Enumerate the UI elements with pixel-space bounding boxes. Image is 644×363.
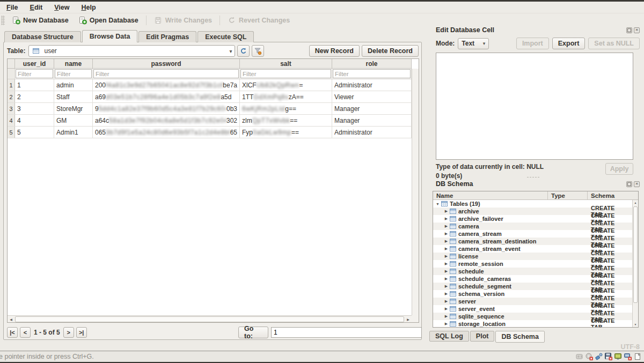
tree-column-name[interactable]: Name bbox=[433, 191, 548, 199]
cell-password[interactable]: 200f4a81c3e9d27b65041ac8e92d7f3b1c60a5e3… bbox=[93, 79, 240, 91]
tree-expand-icon[interactable]: ▶ bbox=[444, 322, 449, 326]
dock-float-icon[interactable] bbox=[626, 181, 632, 187]
cell-name[interactable]: admin bbox=[54, 79, 93, 91]
table-row[interactable]: 44GMa64c58a1d3e7f92b04c6a8e5d1f3b7c92e04… bbox=[8, 115, 412, 127]
tree-expand-icon[interactable]: ▶ bbox=[444, 314, 449, 318]
tree-expand-icon[interactable]: ▶ bbox=[444, 224, 449, 228]
menu-edit[interactable]: Edit bbox=[30, 4, 43, 11]
prev-record-button[interactable]: < bbox=[20, 327, 31, 338]
cell-editor-textarea[interactable] bbox=[436, 53, 633, 160]
cell-user-id[interactable]: 5 bbox=[15, 127, 54, 138]
tab-db-schema[interactable]: DB Schema bbox=[495, 331, 544, 343]
write-changes-button[interactable]: Write Changes bbox=[149, 14, 217, 26]
cell-salt[interactable]: zlmQpT7xWvbk== bbox=[240, 115, 332, 126]
tray-display-icon[interactable] bbox=[614, 352, 623, 361]
row-number-cell[interactable]: 3 bbox=[8, 103, 15, 114]
revert-changes-button[interactable]: Revert Changes bbox=[223, 14, 295, 26]
tab-database-structure[interactable]: Database Structure bbox=[4, 31, 81, 42]
cell-password[interactable]: 95dd4c1a82e37f9b60d5c4a3e81f7b29c604d0b3 bbox=[93, 103, 240, 114]
encoding-indicator[interactable]: UTF-8 bbox=[621, 343, 640, 351]
column-header-salt[interactable]: salt bbox=[240, 59, 332, 68]
dock-splitter[interactable] bbox=[425, 175, 642, 179]
cell-role[interactable]: Administrator bbox=[332, 79, 412, 91]
cell-user-id[interactable]: 1 bbox=[15, 79, 54, 91]
column-header-role[interactable]: role bbox=[332, 59, 412, 68]
tray-shared-clipboard-icon[interactable] bbox=[633, 352, 642, 361]
goto-button[interactable]: Go to: bbox=[238, 327, 268, 338]
tray-optical-drive-icon[interactable] bbox=[585, 352, 594, 361]
scroll-left-icon[interactable]: ◀ bbox=[8, 316, 14, 322]
toolbar-grip[interactable] bbox=[1, 16, 5, 25]
cell-role[interactable]: Manager bbox=[332, 115, 412, 126]
tree-expand-icon[interactable]: ▶ bbox=[444, 239, 449, 243]
scroll-down-icon[interactable]: ▼ bbox=[633, 322, 638, 327]
tree-expand-icon[interactable]: ▶ bbox=[444, 277, 449, 281]
table-row[interactable]: 33StoreMgr95dd4c1a82e37f9b60d5c4a3e81f7b… bbox=[8, 103, 412, 115]
tree-expand-icon[interactable]: ▶ bbox=[444, 284, 449, 288]
cell-salt[interactable]: Fyp0aGkLw9mp== bbox=[240, 127, 332, 138]
table-row[interactable]: 22Staffa69d03e51b7c28f96a4e1d05b3c7a9f2e… bbox=[8, 91, 412, 103]
column-header-name[interactable]: name bbox=[54, 59, 93, 68]
delete-record-button[interactable]: Delete Record bbox=[362, 45, 419, 57]
row-number-cell[interactable]: 2 bbox=[8, 91, 15, 102]
tab-browse-data[interactable]: Browse Data bbox=[82, 30, 138, 42]
tab-sql-log[interactable]: SQL Log bbox=[429, 331, 469, 342]
import-button[interactable]: Import bbox=[516, 38, 549, 49]
cell-password[interactable]: a69d03e51b7c28f96a4e1d05b3c7a9f2e8a5d bbox=[93, 91, 240, 102]
last-record-button[interactable]: >| bbox=[76, 327, 87, 338]
filter-input-password[interactable] bbox=[93, 69, 239, 78]
tree-expand-icon[interactable]: ▶ bbox=[444, 254, 449, 258]
tab-edit-pragmas[interactable]: Edit Pragmas bbox=[138, 31, 196, 42]
cell-name[interactable]: StoreMgr bbox=[54, 103, 93, 114]
dock-close-icon[interactable]: × bbox=[634, 27, 640, 33]
scroll-up-icon[interactable]: ▲ bbox=[633, 200, 638, 205]
cell-role[interactable]: Viewer bbox=[332, 91, 412, 102]
grid-vertical-scrollbar[interactable] bbox=[412, 69, 419, 315]
tree-expand-icon[interactable]: ▶ bbox=[444, 292, 449, 296]
cell-salt[interactable]: XlCFUb82kQpRwn= bbox=[240, 79, 332, 91]
tray-usb-icon[interactable] bbox=[595, 352, 603, 361]
column-header-user-id[interactable]: user_id bbox=[15, 59, 54, 68]
cell-name[interactable]: GM bbox=[54, 115, 93, 126]
table-row[interactable]: 55Admin10653b7d9f1e5a24c80d6e93b5f7a1c2d… bbox=[8, 127, 412, 138]
tray-harddisk-icon[interactable] bbox=[575, 352, 584, 361]
cell-user-id[interactable]: 3 bbox=[15, 103, 54, 114]
cell-user-id[interactable]: 2 bbox=[15, 91, 54, 102]
tree-collapse-icon[interactable]: ▼ bbox=[435, 202, 440, 206]
tree-item-storage_location[interactable]: ▶storage_locationCREATE TAB... bbox=[433, 320, 632, 328]
table-combobox[interactable]: user ▾ bbox=[28, 45, 235, 57]
cell-password[interactable]: 0653b7d9f1e5a24c80d6e93b5f7a1c2d4e8b0f36… bbox=[93, 127, 240, 138]
tree-expand-icon[interactable]: ▶ bbox=[444, 247, 449, 251]
tab-execute-sql[interactable]: Execute SQL bbox=[197, 31, 254, 42]
set-as-null-button[interactable]: Set as NULL bbox=[588, 38, 640, 49]
refresh-button[interactable] bbox=[237, 45, 250, 57]
filter-input-role[interactable] bbox=[333, 69, 411, 78]
tree-expand-icon[interactable]: ▶ bbox=[444, 232, 449, 236]
cell-name[interactable]: Staff bbox=[54, 91, 93, 102]
cell-salt[interactable]: 6wKjRm2pLtdg== bbox=[240, 103, 332, 114]
cell-role[interactable]: Manager bbox=[332, 103, 412, 114]
new-record-button[interactable]: New Record bbox=[309, 45, 360, 57]
scroll-thumb[interactable] bbox=[633, 206, 638, 303]
table-row[interactable]: 11admin200f4a81c3e9d27b65041ac8e92d7f3b1… bbox=[8, 79, 412, 91]
scroll-right-icon[interactable]: ▶ bbox=[405, 316, 412, 322]
clear-filters-button[interactable] bbox=[252, 45, 264, 57]
dock-close-icon[interactable]: × bbox=[634, 181, 640, 187]
tab-plot[interactable]: Plot bbox=[470, 331, 495, 342]
menu-help[interactable]: Help bbox=[81, 4, 96, 11]
row-number-cell[interactable]: 4 bbox=[8, 115, 15, 126]
grid-horizontal-scrollbar[interactable]: ◀ ▶ bbox=[8, 315, 412, 322]
next-record-button[interactable]: > bbox=[63, 327, 74, 338]
tree-expand-icon[interactable]: ▶ bbox=[444, 269, 449, 273]
tree-expand-icon[interactable]: ▶ bbox=[444, 299, 449, 303]
filter-input-user-id[interactable] bbox=[16, 69, 53, 78]
tray-network-icon[interactable] bbox=[624, 352, 632, 361]
export-button[interactable]: Export bbox=[552, 38, 586, 49]
tray-save-state-icon[interactable] bbox=[604, 352, 613, 361]
cell-password[interactable]: a64c58a1d3e7f92b04c6a8e5d1f3b7c92e04a130… bbox=[93, 115, 240, 126]
cell-salt[interactable]: 1TTGdXmPq8szA== bbox=[240, 91, 332, 102]
mode-combobox[interactable]: Text ▾ bbox=[458, 38, 489, 49]
filter-input-name[interactable] bbox=[55, 69, 92, 78]
tree-expand-icon[interactable]: ▶ bbox=[444, 209, 449, 213]
first-record-button[interactable]: |< bbox=[7, 327, 18, 338]
